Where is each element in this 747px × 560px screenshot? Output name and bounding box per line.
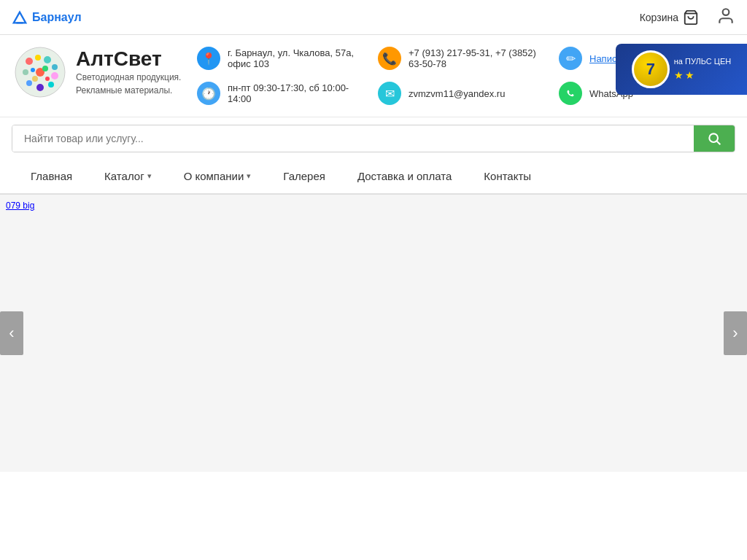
clock-icon: 🕐: [197, 82, 220, 105]
email-text: zvmzvm11@yandex.ru: [409, 88, 505, 99]
nav-item-каталог[interactable]: Каталог ▾: [103, 160, 153, 193]
svg-marker-0: [14, 12, 26, 23]
svg-point-13: [48, 82, 54, 88]
svg-point-19: [709, 133, 718, 142]
search-wrapper: [12, 125, 735, 152]
nav-item-главная[interactable]: Главная: [29, 160, 74, 193]
nav-arrow-icon: ▾: [247, 171, 251, 181]
svg-point-9: [23, 69, 28, 75]
svg-point-3: [723, 9, 729, 15]
svg-point-8: [52, 64, 58, 70]
svg-line-20: [717, 141, 721, 145]
pulse-badge[interactable]: 7 на ПУЛЬС ЦЕН ★ ★: [616, 44, 747, 95]
search-button[interactable]: [694, 125, 735, 152]
slider-area: 079 big ‹ ›: [0, 195, 747, 472]
top-bar-right: Корзина: [640, 7, 735, 28]
svg-point-18: [45, 77, 50, 81]
company-logo-block: АлтСвет Светодиодная продукция. Рекламны…: [15, 47, 190, 98]
nav-item-о-компании[interactable]: О компании ▾: [182, 160, 253, 193]
company-logo-svg: [15, 47, 66, 98]
city-logo[interactable]: Барнаул: [12, 9, 82, 26]
svg-point-12: [36, 84, 44, 91]
slider-broken-image: 079 big: [0, 195, 747, 217]
address-text: г. Барнаул, ул. Чкалова, 57а, офис 103: [228, 47, 363, 69]
phone-item: 📞 +7 (913) 217-95-31, +7 (3852) 63-50-78: [378, 47, 544, 70]
city-name: Барнаул: [32, 11, 82, 24]
svg-point-11: [26, 80, 32, 86]
location-icon: 📍: [197, 47, 220, 70]
hours-text: пн-пт 09:30-17:30, сб 10:00-14:00: [228, 82, 363, 104]
slider-next-button[interactable]: ›: [724, 311, 747, 355]
write-icon: ✏: [559, 47, 582, 70]
svg-point-15: [31, 68, 35, 72]
nav-item-контакты[interactable]: Контакты: [482, 160, 533, 193]
company-tagline-1: Светодиодная продукция.: [76, 71, 181, 84]
nav-arrow-icon: ▾: [147, 171, 152, 181]
company-name-block: АлтСвет Светодиодная продукция. Рекламны…: [76, 47, 181, 97]
nav-item-галерея[interactable]: Галерея: [282, 160, 327, 193]
phone-text: +7 (913) 217-95-31, +7 (3852) 63-50-78: [409, 47, 544, 69]
svg-point-7: [44, 56, 51, 63]
user-icon: [716, 7, 735, 26]
company-tagline-2: Рекламные материалы.: [76, 84, 181, 97]
address-item: 📍 г. Барнаул, ул. Чкалова, 57а, офис 103: [197, 47, 363, 70]
pulse-number: 7: [632, 50, 670, 88]
cart-link[interactable]: Корзина: [640, 9, 699, 26]
search-input[interactable]: [12, 125, 694, 152]
svg-point-17: [32, 76, 38, 82]
cart-label: Корзина: [640, 12, 678, 23]
phone-icon: 📞: [378, 47, 401, 70]
svg-point-6: [35, 55, 41, 61]
whatsapp-svg: [564, 87, 577, 100]
slider-prev-button[interactable]: ‹: [0, 311, 23, 355]
svg-point-5: [26, 58, 33, 65]
search-bar: [0, 117, 747, 160]
svg-point-10: [51, 72, 58, 79]
search-icon: [707, 131, 721, 146]
email-item: ✉ zvmzvm11@yandex.ru: [378, 82, 544, 105]
pulse-text: на ПУЛЬС ЦЕН ★ ★: [674, 56, 731, 83]
contact-col-1: 📍 г. Барнаул, ул. Чкалова, 57а, офис 103…: [190, 47, 371, 105]
altay-icon: [12, 9, 28, 26]
whatsapp-icon: [559, 82, 582, 105]
hours-item: 🕐 пн-пт 09:30-17:30, сб 10:00-14:00: [197, 82, 363, 105]
contact-col-2: 📞 +7 (913) 217-95-31, +7 (3852) 63-50-78…: [371, 47, 551, 105]
top-bar: Барнаул Корзина: [0, 0, 747, 35]
nav-item-доставка-и-оплата[interactable]: Доставка и оплата: [356, 160, 453, 193]
account-icon[interactable]: [716, 7, 735, 28]
nav-bar: ГлавнаяКаталог ▾О компании ▾ГалереяДоста…: [0, 160, 747, 195]
email-icon: ✉: [378, 82, 401, 105]
broken-img-link[interactable]: 079 big: [6, 201, 34, 211]
svg-point-16: [42, 66, 48, 71]
cart-icon: [683, 9, 699, 26]
company-name: АлтСвет: [76, 47, 181, 71]
